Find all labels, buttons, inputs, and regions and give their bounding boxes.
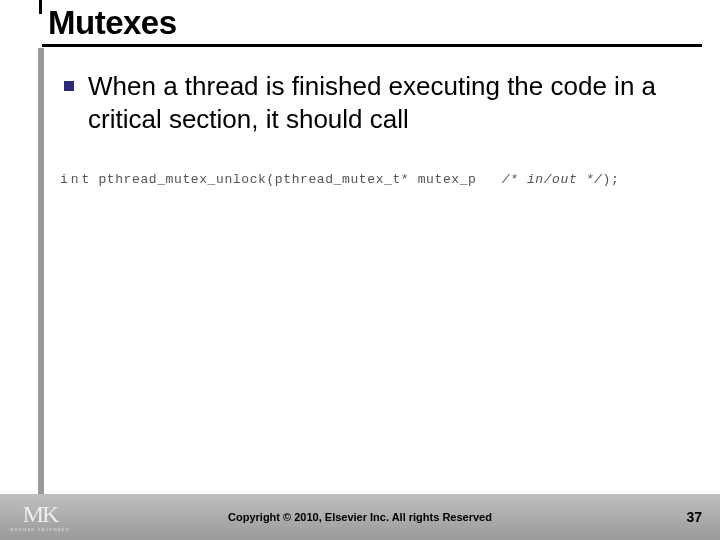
left-vertical-rule: [38, 48, 44, 494]
code-comment: /* in/out */: [502, 172, 603, 187]
bullet-item: When a thread is finished executing the …: [64, 70, 684, 135]
slide: Mutexes When a thread is finished execut…: [0, 0, 720, 540]
title-bar: Mutexes: [42, 0, 702, 47]
code-signature: intpthread_mutex_unlock(pthread_mutex_t*…: [60, 172, 670, 187]
code-close: );: [603, 172, 620, 187]
copyright-text: Copyright © 2010, Elsevier Inc. All righ…: [0, 511, 720, 523]
code-fn: pthread_mutex_unlock: [98, 172, 266, 187]
footer-bar: MK MORGAN KAUFMANN Copyright © 2010, Els…: [0, 494, 720, 540]
logo-subtext: MORGAN KAUFMANN: [10, 527, 70, 532]
code-argname: mutex_p: [418, 172, 477, 187]
bullet-text: When a thread is finished executing the …: [88, 70, 684, 135]
page-number: 37: [686, 509, 702, 525]
code-open: (: [266, 172, 274, 187]
code-argtype: pthread_mutex_t*: [275, 172, 409, 187]
slide-title: Mutexes: [48, 4, 702, 42]
square-bullet-icon: [64, 81, 74, 91]
code-keyword: int: [60, 172, 92, 187]
body-content: When a thread is finished executing the …: [64, 70, 684, 135]
